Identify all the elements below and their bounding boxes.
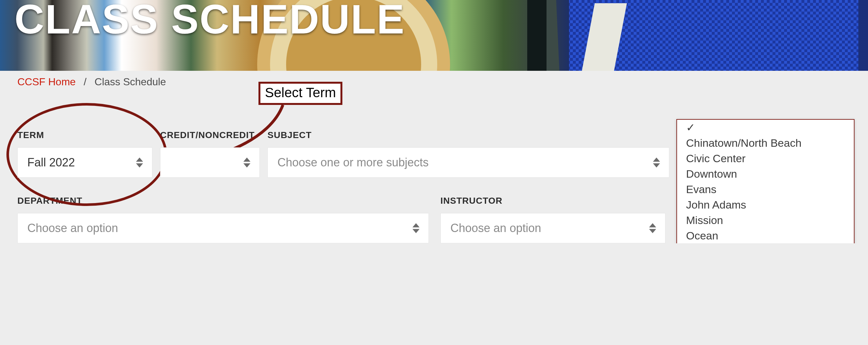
svg-rect-3	[527, 0, 550, 71]
chevron-updown-icon	[136, 157, 143, 168]
svg-marker-16	[653, 163, 660, 167]
banner: CLASS SCHEDULE	[0, 0, 868, 71]
chevron-updown-icon	[653, 157, 660, 168]
chevron-updown-icon	[243, 157, 250, 168]
breadcrumb-separator: /	[84, 76, 87, 88]
location-option[interactable]: Civic Center	[677, 151, 854, 166]
svg-marker-11	[136, 157, 143, 162]
department-select-placeholder: Choose an option	[27, 222, 118, 235]
term-select[interactable]: Fall 2022	[18, 147, 152, 178]
location-option[interactable]: Downtown	[677, 166, 854, 181]
breadcrumb: CCSF Home / Class Schedule	[0, 71, 868, 91]
svg-marker-13	[243, 157, 250, 162]
page-title: CLASS SCHEDULE	[14, 0, 405, 43]
location-option[interactable]: Chinatown/North Beach	[677, 135, 854, 151]
svg-marker-15	[653, 157, 660, 162]
instructor-select-placeholder: Choose an option	[451, 222, 541, 235]
term-select-value: Fall 2022	[27, 156, 75, 169]
breadcrumb-current: Class Schedule	[94, 76, 166, 88]
location-option[interactable]	[677, 120, 854, 135]
location-option[interactable]: Ocean	[677, 228, 854, 243]
instructor-label: INSTRUCTOR	[440, 196, 665, 206]
credit-label: CREDIT/NONCREDIT	[160, 130, 260, 140]
instructor-select[interactable]: Choose an option	[440, 213, 665, 243]
location-option[interactable]: Evans	[677, 181, 854, 197]
subject-select[interactable]: Choose one or more subjects	[268, 147, 669, 178]
svg-marker-12	[136, 163, 143, 167]
svg-marker-14	[243, 163, 250, 167]
subject-select-placeholder: Choose one or more subjects	[277, 156, 429, 169]
chevron-updown-icon	[412, 223, 420, 233]
svg-marker-19	[649, 223, 656, 227]
breadcrumb-home-link[interactable]: CCSF Home	[18, 76, 75, 88]
location-option[interactable]: John Adams	[677, 197, 854, 212]
svg-marker-20	[649, 229, 656, 233]
location-option[interactable]: Mission	[677, 212, 854, 228]
credit-select[interactable]	[160, 147, 260, 178]
svg-marker-17	[412, 223, 420, 227]
chevron-updown-icon	[649, 223, 656, 233]
term-label: TERM	[18, 130, 152, 140]
department-select[interactable]: Choose an option	[18, 213, 429, 243]
svg-marker-18	[412, 229, 420, 233]
subject-label: SUBJECT	[268, 130, 669, 140]
location-dropdown[interactable]: Chinatown/North BeachCivic CenterDowntow…	[676, 119, 855, 243]
department-label: DEPARTMENT	[18, 196, 429, 206]
